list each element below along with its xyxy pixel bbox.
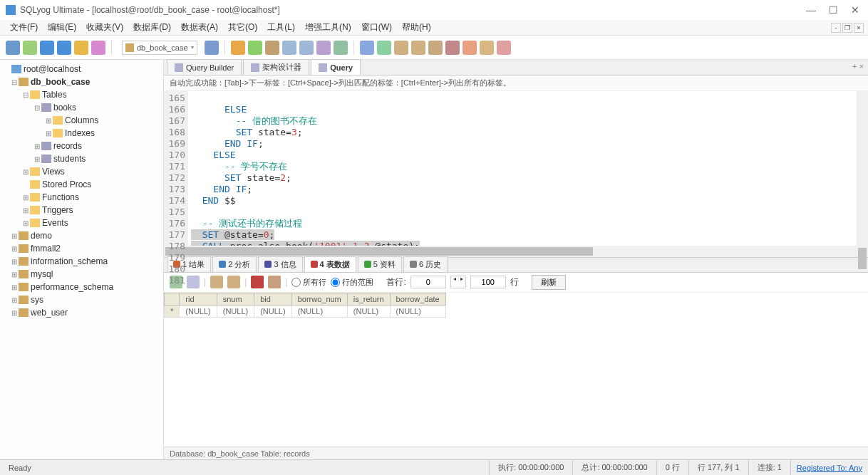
tool-a-icon[interactable] [360, 41, 374, 55]
menu-item[interactable]: 收藏夹(V) [83, 20, 126, 35]
sql-editor[interactable]: 1651661671681691701711721731741751761771… [164, 91, 868, 246]
tool-b-icon[interactable] [377, 41, 391, 55]
tool-d-icon[interactable] [411, 41, 425, 55]
tool-c-icon[interactable] [394, 41, 408, 55]
table-records[interactable]: ⊞records [1, 140, 162, 152]
radio-all-rows[interactable]: 所有行 [291, 277, 326, 288]
object-browser[interactable]: root@localhost ⊟db_book_case ⊟Tables ⊟bo… [0, 60, 164, 459]
status-exec: 执行: 00:00:00:000 [490, 460, 573, 475]
db-node-main[interactable]: ⊟db_book_case [1, 75, 162, 88]
user-icon[interactable] [205, 41, 219, 55]
result-grid[interactable]: ridsnumbidborrwo_numis_returnborrow_date… [164, 293, 868, 447]
refresh-icon[interactable] [231, 41, 245, 55]
table-row[interactable]: *(NULL)(NULL)(NULL)(NULL)(NULL)(NULL) [165, 305, 446, 317]
result-tab[interactable]: 2 分析 [212, 256, 257, 272]
folder-columns[interactable]: ⊞Columns [1, 114, 162, 127]
export-icon[interactable] [334, 41, 348, 55]
column-header[interactable]: rid [180, 293, 217, 305]
save-icon[interactable] [268, 276, 281, 288]
app-icon [6, 5, 16, 15]
folder-stored-procs[interactable]: Stored Procs [1, 178, 162, 191]
db-node[interactable]: ⊞performance_schema [1, 281, 162, 293]
first-row-input[interactable] [410, 276, 446, 288]
delete-row-icon[interactable] [251, 276, 264, 288]
query-tab[interactable]: 架构设计器 [243, 59, 309, 75]
minimize-button[interactable]: ― [806, 4, 816, 16]
folder-indexes[interactable]: ⊞Indexes [1, 127, 162, 140]
copy-db-icon[interactable] [299, 41, 314, 55]
radio-row-range[interactable]: 行的范围 [331, 277, 373, 288]
tool-icon[interactable] [91, 41, 105, 55]
menu-item[interactable]: 文件(F) [7, 20, 41, 35]
folder-events[interactable]: ⊞Events [1, 216, 162, 229]
query-tab[interactable]: Query [311, 59, 361, 75]
maximize-button[interactable]: ☐ [829, 4, 838, 16]
refresh-button[interactable]: 刷新 [532, 275, 566, 290]
folder-functions[interactable]: ⊞Functions [1, 191, 162, 204]
database-selector[interactable]: db_book_case ▾ [122, 41, 197, 55]
folder-views[interactable]: ⊞Views [1, 165, 162, 178]
query-tab[interactable]: Query Builder [167, 59, 242, 75]
import-icon[interactable] [316, 41, 331, 55]
tab-icon [311, 261, 318, 268]
menu-item[interactable]: 窗口(W) [358, 20, 395, 35]
reload-icon[interactable] [248, 41, 262, 55]
db-node[interactable]: ⊞mysql [1, 268, 162, 281]
table-books[interactable]: ⊟books [1, 101, 162, 114]
registered-link[interactable]: Registered To: Any [791, 464, 868, 472]
tool-h-icon[interactable] [480, 41, 494, 55]
first-row-spinner[interactable]: ◂▸ [450, 276, 466, 288]
server-node[interactable]: root@localhost [1, 63, 162, 75]
limit-input[interactable] [470, 276, 506, 288]
menu-item[interactable]: 帮助(H) [399, 20, 434, 35]
horizontal-scrollbar[interactable] [164, 246, 868, 257]
column-header[interactable]: bid [254, 293, 291, 305]
db-node[interactable]: ⊞fmmall2 [1, 242, 162, 255]
column-header[interactable]: borrwo_num [291, 293, 347, 305]
db-node[interactable]: ⊞information_schema [1, 255, 162, 268]
folder-triggers[interactable]: ⊞Triggers [1, 204, 162, 216]
tab-close-icon[interactable]: + × [852, 62, 864, 71]
result-tab[interactable]: 4 表数据 [304, 256, 356, 272]
export-icon[interactable] [210, 276, 223, 288]
menu-item[interactable]: 数据表(A) [178, 20, 221, 35]
tab-icon [364, 261, 371, 268]
execute-icon[interactable] [40, 41, 54, 55]
form-view-icon[interactable] [187, 276, 200, 288]
tool-f-icon[interactable] [445, 41, 460, 55]
menu-item[interactable]: 工具(L) [264, 20, 298, 35]
backup-icon[interactable] [265, 41, 279, 55]
folder-tables[interactable]: ⊟Tables [1, 88, 162, 101]
result-tab[interactable]: 3 信息 [258, 256, 302, 272]
column-header[interactable]: borrow_date [390, 293, 445, 305]
db-node[interactable]: ⊞sys [1, 293, 162, 306]
close-button[interactable]: ✕ [851, 4, 859, 16]
tool-g-icon[interactable] [463, 41, 477, 55]
column-header[interactable]: snum [217, 293, 254, 305]
mdi-restore-icon[interactable]: ❐ [842, 23, 852, 33]
tool-i-icon[interactable] [497, 41, 511, 55]
copy-icon[interactable] [227, 276, 240, 288]
new-query-icon[interactable] [23, 41, 37, 55]
db-node[interactable]: ⊞web_user [1, 306, 162, 319]
menu-item[interactable]: 编辑(E) [45, 20, 79, 35]
menu-item[interactable]: 增强工具(N) [302, 20, 354, 35]
execute-all-icon[interactable] [57, 41, 71, 55]
status-pos: 行 177, 列 1 [689, 460, 749, 475]
table-students[interactable]: ⊞students [1, 152, 162, 165]
result-tab[interactable]: 5 资料 [358, 256, 402, 272]
db-node[interactable]: ⊞demo [1, 229, 162, 242]
code-area[interactable]: ELSE -- 借的图书不存在 SET state=3; END IF; ELS… [188, 91, 868, 246]
menu-item[interactable]: 其它(O) [225, 20, 260, 35]
mdi-minimize-icon[interactable]: - [831, 23, 841, 33]
format-icon[interactable] [74, 41, 88, 55]
tab-icon [264, 261, 272, 268]
result-tab[interactable]: 6 历史 [403, 256, 448, 272]
tool-e-icon[interactable] [428, 41, 443, 55]
mdi-close-icon[interactable]: × [854, 23, 864, 33]
new-connection-icon[interactable] [6, 41, 20, 55]
vertical-scrollbar[interactable] [857, 91, 868, 246]
column-header[interactable]: is_return [347, 293, 390, 305]
menu-item[interactable]: 数据库(D) [130, 20, 174, 35]
schema-icon[interactable] [282, 41, 296, 55]
